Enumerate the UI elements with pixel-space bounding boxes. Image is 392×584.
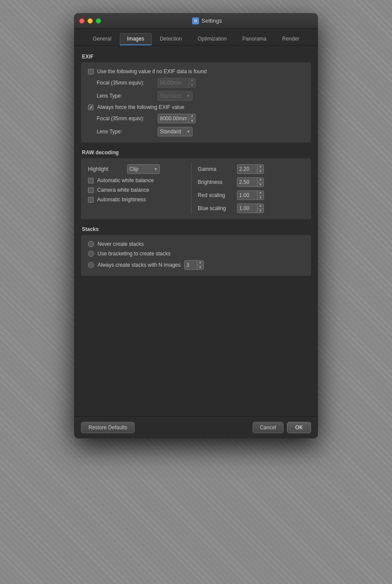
use-bracketing-row: Use bracketing to create stacks bbox=[88, 249, 304, 258]
focal-spin-1: ▲ ▼ bbox=[189, 78, 195, 88]
tab-images[interactable]: Images bbox=[120, 33, 152, 44]
highlight-select[interactable]: Clip ▼ bbox=[127, 164, 160, 174]
red-scaling-spin: ▲ ▼ bbox=[257, 190, 264, 200]
red-scaling-up[interactable]: ▲ bbox=[257, 190, 264, 196]
red-scaling-row: Red scaling ▲ ▼ bbox=[198, 189, 304, 202]
blue-scaling-down[interactable]: ▼ bbox=[257, 209, 264, 214]
lens-value-2: Standard bbox=[160, 129, 185, 135]
auto-brightness-label: Automatic brightness bbox=[97, 197, 146, 203]
blue-scaling-spin: ▲ ▼ bbox=[257, 204, 264, 213]
lens-select-1[interactable]: Standard ▼ bbox=[158, 91, 193, 101]
n-images-up[interactable]: ▲ bbox=[197, 260, 203, 265]
restore-defaults-button[interactable]: Restore Defaults bbox=[81, 422, 135, 433]
use-no-exif-row: Use the following value if no EXIF data … bbox=[88, 67, 304, 76]
gamma-up[interactable]: ▲ bbox=[257, 164, 264, 170]
cancel-button[interactable]: Cancel bbox=[253, 422, 284, 433]
brightness-value[interactable] bbox=[237, 179, 257, 185]
tab-render[interactable]: Render bbox=[275, 33, 307, 45]
n-images-value[interactable] bbox=[185, 262, 197, 268]
raw-section: RAW decoding Highlight Clip ▼ bbox=[81, 147, 311, 219]
brightness-input[interactable]: ▲ ▼ bbox=[237, 177, 264, 187]
gamma-value[interactable] bbox=[237, 166, 257, 172]
auto-brightness-checkbox[interactable] bbox=[88, 197, 94, 203]
focal-input-1[interactable]: ▲ ▼ bbox=[158, 78, 196, 88]
focal-value-2[interactable] bbox=[158, 115, 189, 122]
lens-row-1: Lens Type: Standard ▼ bbox=[88, 89, 304, 102]
focal-value-1[interactable] bbox=[158, 80, 189, 86]
brightness-down[interactable]: ▼ bbox=[257, 183, 264, 187]
auto-wb-checkbox[interactable] bbox=[88, 178, 94, 183]
tab-images-wrapper: Images bbox=[120, 33, 152, 45]
raw-body: Highlight Clip ▼ Automatic white balance bbox=[81, 158, 311, 219]
minimize-button[interactable] bbox=[88, 18, 93, 24]
lens-label-2: Lens Type: bbox=[97, 129, 158, 135]
use-no-exif-label: Use the following value if no EXIF data … bbox=[97, 68, 206, 75]
use-no-exif-checkbox[interactable] bbox=[88, 69, 94, 75]
lens-row-2: Lens Type: Standard ▼ bbox=[88, 125, 304, 138]
focal-down-2[interactable]: ▼ bbox=[189, 119, 195, 124]
lens-select-2[interactable]: Standard ▼ bbox=[158, 127, 193, 136]
blue-scaling-input[interactable]: ▲ ▼ bbox=[237, 204, 264, 213]
always-create-label: Always create stacks with N images bbox=[98, 262, 181, 268]
focal-up-2[interactable]: ▲ bbox=[189, 114, 195, 119]
blue-scaling-up[interactable]: ▲ bbox=[257, 204, 264, 209]
raw-col-left: Highlight Clip ▼ Automatic white balance bbox=[88, 163, 192, 215]
focal-row-1: Focal (35mm equiv): ▲ ▼ bbox=[88, 76, 304, 89]
tab-general[interactable]: General bbox=[85, 33, 119, 45]
use-bracketing-radio[interactable] bbox=[88, 251, 94, 257]
blue-scaling-label: Blue scaling bbox=[198, 205, 237, 211]
lens-label-1: Lens Type: bbox=[97, 93, 158, 99]
camera-wb-row: Camera white balance bbox=[88, 185, 187, 195]
maximize-button[interactable] bbox=[96, 18, 101, 24]
red-scaling-down[interactable]: ▼ bbox=[257, 196, 264, 200]
exif-body: Use the following value if no EXIF data … bbox=[81, 62, 311, 143]
close-button[interactable] bbox=[79, 18, 84, 24]
brightness-row: Brightness ▲ ▼ bbox=[198, 176, 304, 189]
highlight-value: Clip bbox=[129, 166, 152, 172]
tab-detection[interactable]: Detection bbox=[152, 33, 189, 45]
focal-down-1[interactable]: ▼ bbox=[189, 83, 195, 88]
camera-wb-checkbox[interactable] bbox=[88, 187, 94, 193]
app-icon: ⚙ bbox=[192, 17, 199, 24]
always-force-checkbox[interactable] bbox=[88, 105, 94, 110]
raw-title: RAW decoding bbox=[81, 147, 311, 158]
lens-value-1: Standard bbox=[160, 93, 185, 99]
raw-col-right: Gamma ▲ ▼ Brightness bbox=[192, 163, 304, 215]
always-force-label: Always force the following EXIF value bbox=[97, 104, 184, 110]
raw-columns: Highlight Clip ▼ Automatic white balance bbox=[88, 163, 304, 215]
brightness-spin: ▲ ▼ bbox=[257, 177, 264, 187]
highlight-row: Highlight Clip ▼ bbox=[88, 163, 187, 176]
focal-row-2: Focal (35mm equiv): ▲ ▼ bbox=[88, 112, 304, 125]
tab-optimization[interactable]: Optimization bbox=[190, 33, 234, 45]
n-images-input[interactable]: ▲ ▼ bbox=[184, 260, 204, 270]
focal-label-2: Focal (35mm equiv): bbox=[97, 115, 158, 122]
lens-arrow-2: ▼ bbox=[186, 129, 190, 134]
auto-wb-row: Automatic white balance bbox=[88, 176, 187, 185]
gamma-row: Gamma ▲ ▼ bbox=[198, 163, 304, 176]
highlight-label: Highlight bbox=[88, 166, 127, 172]
red-scaling-value[interactable] bbox=[237, 192, 257, 198]
gamma-input[interactable]: ▲ ▼ bbox=[237, 164, 264, 174]
never-create-radio[interactable] bbox=[88, 241, 94, 247]
ok-button[interactable]: OK bbox=[287, 422, 311, 433]
red-scaling-input[interactable]: ▲ ▼ bbox=[237, 190, 264, 200]
n-images-down[interactable]: ▼ bbox=[197, 265, 203, 270]
blue-scaling-value[interactable] bbox=[237, 205, 257, 211]
never-create-label: Never create stacks bbox=[98, 241, 144, 247]
camera-wb-label: Camera white balance bbox=[97, 187, 149, 193]
gamma-spin: ▲ ▼ bbox=[257, 164, 264, 174]
n-images-spin: ▲ ▼ bbox=[197, 260, 203, 270]
gamma-down[interactable]: ▼ bbox=[257, 170, 264, 174]
tab-panorama[interactable]: Panorama bbox=[235, 33, 274, 45]
brightness-up[interactable]: ▲ bbox=[257, 177, 264, 183]
always-create-radio[interactable] bbox=[88, 262, 94, 268]
brightness-label: Brightness bbox=[198, 179, 237, 185]
auto-brightness-row: Automatic brightness bbox=[88, 195, 187, 204]
focal-up-1[interactable]: ▲ bbox=[189, 78, 195, 83]
always-force-row: Always force the following EXIF value bbox=[88, 102, 304, 112]
blue-scaling-row: Blue scaling ▲ ▼ bbox=[198, 202, 304, 215]
focal-input-2[interactable]: ▲ ▼ bbox=[158, 114, 196, 123]
tab-active-indicator bbox=[120, 44, 152, 45]
settings-window: ⚙ Settings General Images Detection Opti… bbox=[74, 13, 318, 438]
auto-wb-label: Automatic white balance bbox=[97, 177, 154, 183]
